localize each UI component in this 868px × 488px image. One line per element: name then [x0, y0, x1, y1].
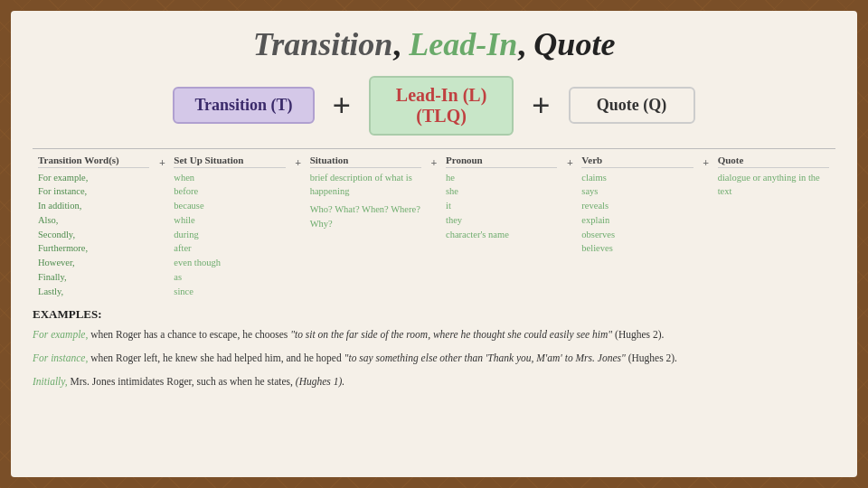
plus-sub-2: + — [292, 155, 305, 299]
plus-sub-4: + — [563, 155, 576, 299]
sub-col-setup: Set Up Situation when before because whi… — [168, 155, 291, 299]
leadin-label: Lead-In (L) — [396, 85, 487, 105]
sub-col-transition-words: Transition Word(s) For example, For inst… — [33, 155, 156, 299]
sub-col-header-quote: Quote — [718, 155, 829, 168]
sub-col-header-verb: Verb — [581, 155, 693, 168]
example-3-keyword: Initially, — [33, 376, 68, 387]
plus-sub-1: + — [156, 155, 168, 299]
title-transition: Transition — [253, 26, 393, 62]
example-2-before: when Roger left, he knew she had helped … — [90, 352, 344, 363]
sub-col-situation: Situation brief description of what is h… — [305, 155, 428, 299]
main-content-area: Transition, Lead-In, Quote Transition (T… — [11, 11, 857, 477]
example-line-3: Initially, Mrs. Jones intimidates Roger,… — [33, 374, 835, 390]
plus-1: + — [333, 89, 352, 122]
example-2-after: (Hughes 2). — [628, 352, 677, 363]
example-3-after: (Hughes 1). — [296, 376, 344, 387]
sub-col-header-transition: Transition Word(s) — [38, 155, 149, 168]
example-line-2: For instance, when Roger left, he knew s… — [33, 351, 835, 367]
title-leadin: Lead-In — [401, 26, 517, 62]
sub-col-verb: Verb claims says reveals explain observe… — [576, 155, 699, 299]
example-3-quote: (Hughes 1). — [296, 376, 344, 387]
transition-box: Transition (T) — [173, 87, 314, 124]
sub-columns-table: Transition Word(s) For example, For inst… — [33, 148, 835, 299]
example-3-before: Mrs. Jones intimidates Roger, such as wh… — [71, 376, 296, 387]
example-2-quote: "to say something else other than 'Thank… — [344, 352, 626, 363]
sub-col-header-setup: Set Up Situation — [174, 155, 285, 168]
examples-title: EXAMPLES: — [33, 307, 835, 322]
sub-col-header-situation: Situation — [310, 155, 421, 168]
title-comma2: , — [517, 26, 525, 62]
tlq-label: (TLQ) — [416, 106, 467, 126]
leadin-tlq-box: Lead-In (L) (TLQ) — [369, 76, 514, 136]
plus-2: + — [532, 89, 551, 122]
example-1-keyword: For example, — [33, 329, 88, 340]
example-1-before: when Roger has a chance to escape, he ch… — [90, 329, 290, 340]
example-line-1: For example, when Roger has a chance to … — [33, 327, 835, 343]
tlq-row: Transition (T) + Lead-In (L) (TLQ) + Quo… — [33, 76, 835, 136]
plus-sub-3: + — [428, 155, 440, 299]
sub-col-pronoun: Pronoun he she it they character's name — [440, 155, 563, 299]
example-2-keyword: For instance, — [33, 352, 88, 363]
title-comma1: , — [392, 26, 401, 62]
plus-sub-5: + — [700, 155, 712, 299]
title-quote: Quote — [525, 26, 615, 62]
sub-col-quote: Quote dialogue or anything in the text — [712, 155, 835, 299]
example-1-quote: "to sit on the far side of the room, whe… — [290, 329, 612, 340]
main-title: Transition, Lead-In, Quote — [33, 27, 835, 63]
quote-box: Quote (Q) — [569, 87, 695, 124]
examples-section: EXAMPLES: For example, when Roger has a … — [33, 307, 835, 463]
example-1-after: (Hughes 2). — [615, 329, 664, 340]
sub-col-header-pronoun: Pronoun — [446, 155, 557, 168]
